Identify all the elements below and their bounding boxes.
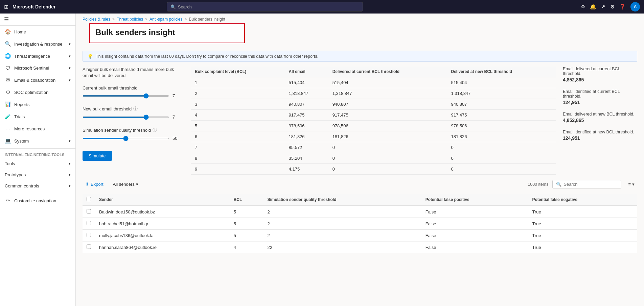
view-toggle[interactable]: ≡ ▾ (625, 180, 637, 188)
avatar[interactable]: A (630, 2, 640, 11)
sidebar-item-system[interactable]: 💻 System ▾ (0, 135, 75, 147)
row-checkbox-cell[interactable] (83, 218, 95, 230)
breadcrumb: Policies & rules > Threat policies > Ant… (76, 14, 644, 23)
new-delivered-cell: 1,318,847 (447, 88, 556, 99)
sender-cell: hannah.sarah864@outlook.ie (95, 241, 230, 253)
row-checkbox[interactable] (87, 209, 91, 213)
new-threshold-info-icon[interactable]: ⓘ (133, 106, 138, 112)
items-count: 1000 items (528, 182, 548, 187)
stat-item: Email delivered at new BCL threshold. 4,… (563, 112, 637, 123)
bottom-section: ⬇ Export All senders ▾ 1000 items 🔍 ≡ ▾ (83, 180, 637, 253)
share-icon[interactable]: ↗ (601, 4, 605, 10)
breadcrumb-policies[interactable]: Policies & rules (83, 17, 110, 22)
new-delivered-cell: 0 (447, 164, 556, 175)
sidebar-item-trials[interactable]: 🧪 Trials (0, 110, 75, 123)
email-icon: ✉ (5, 77, 11, 83)
sidebar-item-investigation[interactable]: 🔍 Investigation & response ▾ (0, 38, 75, 50)
current-threshold-slider-row: 7 (83, 93, 181, 98)
help-icon[interactable]: ❓ (619, 4, 626, 10)
table-row: 5 978,506 978,506 978,506 (191, 121, 556, 131)
global-search-box[interactable]: 🔍 (167, 2, 363, 11)
sidebar-item-more[interactable]: ⋯ More resources (0, 123, 75, 135)
simulation-threshold-slider[interactable] (83, 138, 169, 139)
grid-icon[interactable]: ⊞ (4, 4, 8, 10)
sidebar-item-label: More resources (14, 126, 45, 131)
stat-value: 4,852,865 (563, 118, 637, 123)
simulate-button[interactable]: Simulate (83, 151, 112, 161)
breadcrumb-threat-policies[interactable]: Threat policies (117, 17, 143, 22)
new-threshold-section: New bulk email threshold ⓘ 7 (83, 106, 181, 120)
simulation-threshold-value: 50 (172, 136, 181, 141)
new-threshold-slider[interactable] (83, 117, 169, 118)
bcl-cell: 6 (191, 131, 285, 142)
bottom-toolbar: ⬇ Export All senders ▾ 1000 items 🔍 ≡ ▾ (83, 180, 637, 191)
table-row: Baldwin.doe150@outlook.bz 5 2 False True (83, 206, 637, 218)
row-checkbox-cell[interactable] (83, 230, 95, 241)
sidebar-item-prototypes[interactable]: Prototypes ▾ (0, 169, 75, 180)
stat-item: Email identified at new BCL threshold. 1… (563, 130, 637, 141)
chevron-down-icon: ▾ (69, 173, 71, 177)
sidebar-item-home[interactable]: 🏠 Home (0, 26, 75, 38)
table-row: 2 1,318,847 1,318,847 1,318,847 (191, 88, 556, 99)
sidebar-item-sentinel[interactable]: 🛡 Microsoft Sentinel ▾ (0, 62, 75, 74)
row-checkbox[interactable] (87, 233, 91, 237)
new-delivered-cell: 940,807 (447, 99, 556, 110)
export-button[interactable]: ⬇ Export (83, 180, 106, 188)
bcl-cell: 4 (230, 241, 263, 253)
chevron-down-icon: ▾ (69, 78, 71, 82)
sentinel-icon: 🛡 (5, 65, 11, 71)
bcl-cell: 7 (191, 142, 285, 153)
sidebar-item-label: Customize navigation (14, 198, 56, 203)
sidebar-customize-nav[interactable]: ✏ Customize navigation (0, 195, 75, 207)
export-label: Export (91, 182, 104, 187)
senders-search-box[interactable]: 🔍 (552, 180, 621, 188)
table-row: 8 35,204 0 0 (191, 153, 556, 164)
senders-table: Sender BCL Simulation sender quality thr… (83, 194, 637, 253)
current-threshold-section: Current bulk email threshold 7 (83, 85, 181, 98)
sidebar-item-label: Tools (5, 161, 15, 166)
chevron-down-icon: ▾ (69, 161, 71, 166)
bcl-cell: 5 (230, 218, 263, 230)
stat-value: 4,852,865 (563, 77, 637, 82)
table-row: bob.rachel51@hotmail.gr 5 2 False True (83, 218, 637, 230)
top-navigation: ⊞ Microsoft Defender 🔍 ⚙ 🔔 ↗ ⚙ ❓ A (0, 0, 644, 14)
sidebar-item-label: Home (14, 29, 26, 34)
settings-icon[interactable]: ⚙ (610, 4, 615, 10)
sidebar-item-common-controls[interactable]: Common controls ▾ (0, 180, 75, 192)
current-threshold-slider[interactable] (83, 95, 169, 97)
select-all-checkbox[interactable] (87, 197, 91, 201)
senders-search-input[interactable] (564, 182, 618, 187)
sidebar-item-email-collab[interactable]: ✉ Email & collaboration ▾ (0, 74, 75, 86)
global-search-input[interactable] (178, 4, 359, 9)
all-email-cell: 940,807 (285, 99, 328, 110)
more-icon: ⋯ (5, 126, 11, 132)
bell-icon[interactable]: 🔔 (590, 4, 596, 10)
row-checkbox-cell[interactable] (83, 206, 95, 218)
current-delivered-cell: 978,506 (328, 121, 447, 131)
table-row: 7 85,572 0 0 (191, 142, 556, 153)
current-delivered-cell: 940,807 (328, 99, 447, 110)
row-checkbox-cell[interactable] (83, 241, 95, 253)
sidebar-item-soc[interactable]: ⚙ SOC optimization (0, 86, 75, 98)
breadcrumb-sep-1: > (112, 17, 115, 22)
row-checkbox[interactable] (87, 221, 91, 225)
sidebar-item-reports[interactable]: 📊 Reports (0, 98, 75, 110)
sidebar-collapse-button[interactable]: ☰ (0, 14, 75, 26)
stats-panel: Email delivered at current BCL threshold… (556, 67, 637, 175)
sim-threshold-cell: 2 (263, 230, 421, 241)
sidebar: ☰ 🏠 Home 🔍 Investigation & response ▾ 🌐 … (0, 14, 76, 306)
table-row: 1 515,404 515,404 515,404 (191, 77, 556, 88)
filter-dropdown[interactable]: All senders ▾ (110, 180, 141, 188)
all-email-cell: 515,404 (285, 77, 328, 88)
simulation-threshold-info-icon[interactable]: ⓘ (153, 127, 157, 133)
sidebar-item-tools[interactable]: Tools ▾ (0, 158, 75, 169)
all-email-cell: 181,826 (285, 131, 328, 142)
stat-value: 124,951 (563, 100, 637, 105)
breadcrumb-antispam[interactable]: Anti-spam policies (150, 17, 182, 22)
sliders-icon[interactable]: ⚙ (581, 4, 585, 10)
current-delivered-cell: 1,318,847 (328, 88, 447, 99)
bcl-cell: 8 (191, 153, 285, 164)
false-neg-cell: True (528, 241, 637, 253)
sidebar-item-threat-intel[interactable]: 🌐 Threat intelligence ▾ (0, 50, 75, 62)
row-checkbox[interactable] (87, 245, 91, 249)
